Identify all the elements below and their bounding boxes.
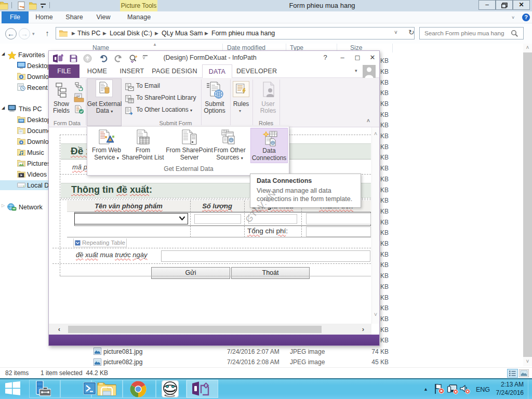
svg-text:xsd: xsd: [76, 95, 81, 98]
